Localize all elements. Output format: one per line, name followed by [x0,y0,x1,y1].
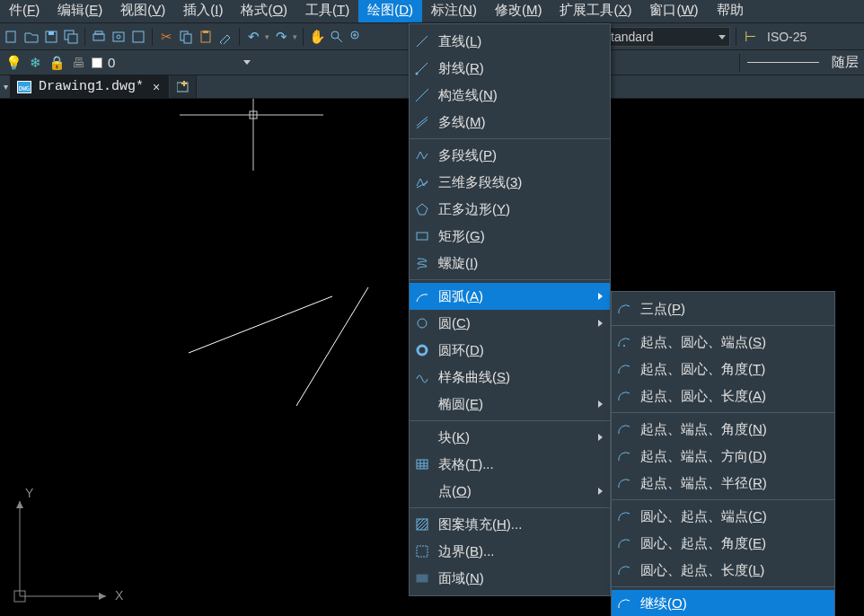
save-icon[interactable] [43,29,59,45]
arc-csa-icon [615,534,633,552]
menu-arc[interactable]: 圆弧(A) [410,283,610,310]
arc-cse-icon [615,507,633,525]
redo-icon[interactable]: ↷ [273,29,289,45]
arc-continue[interactable]: 继续(O) [612,590,834,616]
menu-modify[interactable]: 修改(M) [486,0,551,22]
menu-boundary[interactable]: 边界(B)... [410,538,610,565]
rect-icon [413,227,431,245]
menu-spline[interactable]: 样条曲线(S) [410,364,610,391]
preview-icon[interactable] [110,29,127,45]
print-icon[interactable] [91,29,107,45]
submenu-arrow [598,434,603,441]
table-icon [413,455,431,473]
menu-insert[interactable]: 插入(I) [174,0,232,22]
dimstyle-value: ISO-25 [767,30,807,44]
saveas-icon[interactable] [63,29,79,45]
textstyle-combo[interactable]: tandard [604,27,730,47]
sun-icon[interactable]: ❄ [27,55,43,71]
menu-donut[interactable]: 圆环(D) [410,337,610,364]
menu-separator [410,279,610,280]
menu-draw[interactable]: 绘图(D) [358,0,422,22]
menu-tools[interactable]: 工具(T) [296,0,358,22]
menu-format[interactable]: 格式(O) [232,0,296,22]
redo-dropdown[interactable]: ▾ [293,32,297,41]
menu-hatch[interactable]: 图案填充(H)... [410,511,610,538]
svg-rect-9 [133,31,144,42]
matchprop-icon[interactable] [217,29,234,45]
menu-mline[interactable]: 多线(M) [410,109,610,136]
menu-file[interactable]: 件(F) [0,0,48,22]
menu-ellipse[interactable]: 椭圆(E) [410,391,610,418]
svg-line-32 [417,36,428,47]
menu-separator [410,138,610,139]
copy-icon[interactable] [178,29,194,45]
bulb-icon[interactable]: 💡 [5,55,22,71]
menu-point[interactable]: 点(O) [410,478,610,505]
menu-table[interactable]: 表格(T)... [410,451,610,478]
document-tab[interactable]: DWG Drawing1.dwg* × [10,75,170,98]
svg-line-52 [424,526,428,530]
menu-circle[interactable]: 圆(C) [410,310,610,337]
menu-edit[interactable]: 编辑(E) [48,0,111,22]
tab-prev[interactable]: ▾ [4,82,8,92]
menu-help[interactable]: 帮助 [708,0,753,22]
tab-close[interactable]: × [151,80,162,94]
menu-dimension[interactable]: 标注(N) [422,0,486,22]
spline-icon [413,368,431,386]
new-tab-button[interactable] [170,75,197,98]
svg-point-34 [416,73,419,75]
textstyle-value: tandard [611,30,653,44]
arc-center-start-end[interactable]: 圆心、起点、端点(C) [612,503,834,530]
menu-pline3d[interactable]: 三维多段线(3) [410,169,610,196]
pan-icon[interactable]: ✋ [309,29,325,45]
menu-window[interactable]: 窗口(W) [640,0,707,22]
arc-start-end-radius[interactable]: 起点、端点、半径(R) [612,470,834,497]
zoom-icon[interactable] [329,29,345,45]
undo-dropdown[interactable]: ▾ [265,32,269,41]
submenu-arrow [598,488,603,495]
circle-icon [413,314,431,332]
open-icon[interactable] [23,29,40,45]
menu-helix[interactable]: 螺旋(I) [410,250,610,277]
layer-dropdown[interactable] [243,60,251,65]
svg-rect-39 [417,233,428,240]
lock-icon[interactable]: 🔒 [48,55,65,71]
svg-rect-6 [95,31,102,34]
arc-start-center-angle[interactable]: 起点、圆心、角度(T) [612,356,834,383]
arc-sea-icon [615,420,633,438]
dimstyle-combo[interactable]: ISO-25 [762,27,860,47]
arc-start-center-end[interactable]: 起点、圆心、端点(S) [612,329,834,356]
menu-view[interactable]: 视图(V) [111,0,174,22]
menu-ray[interactable]: 射线(R) [410,55,610,82]
menu-polygon[interactable]: 正多边形(Y) [410,196,610,223]
arc-start-center-length[interactable]: 起点、圆心、长度(A) [612,383,834,409]
undo-icon[interactable]: ↶ [245,29,261,45]
arc-submenu: 三点(P) 起点、圆心、端点(S) 起点、圆心、角度(T) 起点、圆心、长度(A… [611,291,835,616]
menu-region[interactable]: 面域(N) [410,565,610,592]
menu-block[interactable]: 块(K) [410,424,610,451]
menu-pline[interactable]: 多段线(P) [410,142,610,169]
svg-marker-28 [99,593,106,600]
cut-icon[interactable]: ✂ [158,29,174,45]
new-icon[interactable] [4,29,20,45]
arc-center-start-length[interactable]: 圆心、起点、长度(L) [612,557,834,584]
separator [303,28,304,46]
arc-center-start-angle[interactable]: 圆心、起点、角度(E) [612,530,834,557]
submenu-arrow [598,320,603,327]
menu-separator [410,420,610,421]
menu-rect[interactable]: 矩形(G) [410,223,610,250]
publish-icon[interactable] [130,29,146,45]
zoomwin-icon[interactable] [348,29,365,45]
menu-express[interactable]: 扩展工具(X) [551,0,640,22]
svg-rect-0 [6,31,15,42]
svg-line-26 [296,287,368,406]
menu-line[interactable]: 直线(L) [410,28,610,55]
layer-color-swatch[interactable] [92,57,102,68]
paste-icon[interactable] [198,29,214,45]
arc-start-end-angle[interactable]: 起点、端点、角度(N) [612,416,834,443]
dimstyle-icon[interactable]: ⊢ [742,29,758,45]
plot-icon[interactable]: 🖶 [70,55,86,71]
arc-3points[interactable]: 三点(P) [612,295,834,322]
arc-start-end-dir[interactable]: 起点、端点、方向(D) [612,443,834,470]
menu-xline[interactable]: 构造线(N) [410,82,610,109]
